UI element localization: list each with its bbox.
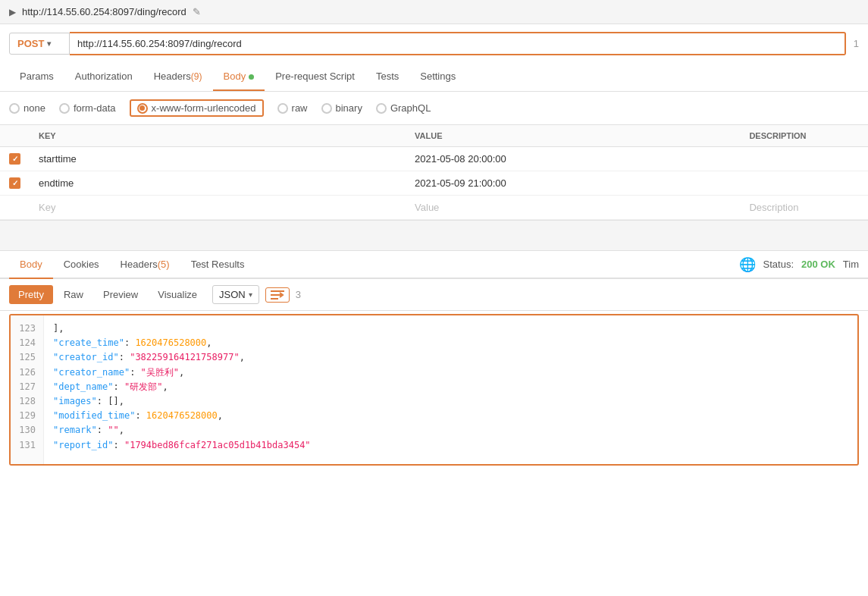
option-none[interactable]: none: [9, 102, 45, 114]
tab-headers[interactable]: Headers(9): [143, 63, 213, 91]
option-none-label: none: [24, 102, 45, 114]
status-label: Status:: [763, 259, 794, 270]
resp-tab-body[interactable]: Body: [9, 251, 53, 279]
option-binary[interactable]: binary: [321, 102, 362, 114]
radio-graphql[interactable]: [376, 103, 387, 114]
expand-arrow[interactable]: ▶: [9, 7, 16, 17]
option-urlencoded-label: x-www-form-urlencoded: [152, 102, 256, 114]
code-line-123: ],: [53, 322, 848, 336]
option-graphql[interactable]: GraphQL: [376, 102, 431, 114]
code-content: ], "create_time": 1620476528000, "creato…: [44, 315, 857, 464]
tab-tests[interactable]: Tests: [365, 63, 409, 91]
section-spacer: [0, 221, 868, 251]
tab-params[interactable]: Params: [9, 63, 64, 91]
col-value: VALUE: [406, 125, 740, 147]
response-status-area: 🌐 Status: 200 OK Tim: [739, 256, 859, 273]
tab-pre-request[interactable]: Pre-request Script: [265, 63, 365, 91]
code-line-125: "creator_id": "382259164121758977",: [53, 350, 848, 365]
url-input[interactable]: http://114.55.60.254:8097/ding/record: [70, 32, 846, 55]
globe-icon: 🌐: [739, 256, 756, 273]
resp-tab-cookies[interactable]: Cookies: [53, 251, 110, 279]
request-tabs: Params Authorization Headers(9) Body Pre…: [0, 63, 868, 92]
col-check: [0, 125, 30, 147]
method-chevron-icon: ▾: [47, 39, 51, 48]
row1-value[interactable]: 2021-05-08 20:00:00: [406, 147, 740, 171]
radio-binary[interactable]: [321, 103, 332, 114]
option-form-data[interactable]: form-data: [59, 102, 116, 114]
option-form-data-label: form-data: [74, 102, 116, 114]
resp-tab-test-results[interactable]: Test Results: [180, 251, 255, 279]
top-bar-url: http://114.55.60.254:8097/ding/record: [22, 6, 186, 17]
response-section: Body Cookies Headers(5) Test Results 🌐 S…: [0, 251, 868, 466]
wrap-icon[interactable]: [265, 287, 290, 303]
format-chevron-icon: ▾: [249, 290, 252, 299]
option-graphql-label: GraphQL: [390, 102, 431, 114]
body-dot: [249, 74, 254, 80]
request-section: POST ▾ http://114.55.60.254:8097/ding/re…: [0, 24, 868, 221]
format-select[interactable]: JSON ▾: [212, 285, 259, 304]
view-preview-button[interactable]: Preview: [94, 285, 147, 304]
status-value: 200 OK: [801, 259, 835, 270]
option-raw[interactable]: raw: [277, 102, 308, 114]
tab-settings[interactable]: Settings: [409, 63, 466, 91]
view-pretty-button[interactable]: Pretty: [9, 285, 53, 304]
resp-tab-headers[interactable]: Headers(5): [110, 251, 180, 279]
radio-form-data[interactable]: [59, 103, 70, 114]
code-line-128: "images": [],: [53, 394, 848, 409]
row1-desc: [740, 147, 868, 171]
row2-desc: [740, 171, 868, 196]
placeholder-row: Key Value Description: [0, 196, 868, 220]
option-binary-label: binary: [336, 102, 362, 114]
response-tabs: Body Cookies Headers(5) Test Results 🌐 S…: [0, 251, 868, 279]
badge-1: 1: [854, 38, 859, 49]
top-bar: ▶ http://114.55.60.254:8097/ding/record …: [0, 0, 868, 24]
option-urlencoded[interactable]: x-www-form-urlencoded: [130, 99, 264, 117]
code-line-131: "report_id": "1794bed86fcaf271ac05d1b41b…: [53, 438, 848, 453]
method-select[interactable]: POST ▾: [9, 33, 70, 55]
code-line-124: "create_time": 1620476528000,: [53, 336, 848, 350]
line-numbers: 123 124 125 126 127 128 129 130 131: [11, 315, 44, 464]
option-raw-label: raw: [292, 102, 308, 114]
row2-value[interactable]: 2021-05-09 21:00:00: [406, 171, 740, 196]
view-raw-button[interactable]: Raw: [55, 285, 92, 304]
method-label: POST: [17, 38, 44, 49]
col-key: KEY: [30, 125, 406, 147]
code-line-127: "dept_name": "研发部",: [53, 380, 848, 394]
body-options: none form-data x-www-form-urlencoded raw…: [0, 92, 868, 125]
time-label: Tim: [843, 259, 859, 270]
row2-checkbox[interactable]: [9, 177, 20, 189]
row2-key[interactable]: endtime: [30, 171, 406, 196]
response-toolbar: Pretty Raw Preview Visualize JSON ▾ 3: [0, 279, 868, 311]
tab-body[interactable]: Body: [213, 63, 265, 91]
code-area: 123 124 125 126 127 128 129 130 131 ], "…: [9, 314, 859, 466]
table-row: starttime 2021-05-08 20:00:00: [0, 147, 868, 171]
table-row: endtime 2021-05-09 21:00:00: [0, 171, 868, 196]
params-table: KEY VALUE DESCRIPTION starttime 2021-05-…: [0, 125, 868, 220]
method-url-bar: POST ▾ http://114.55.60.254:8097/ding/re…: [0, 24, 868, 63]
radio-urlencoded[interactable]: [137, 103, 148, 114]
edit-icon[interactable]: ✎: [193, 6, 201, 17]
placeholder-key[interactable]: Key: [39, 202, 55, 213]
code-line-129: "modified_time": 1620476528000,: [53, 409, 848, 423]
row1-key[interactable]: starttime: [30, 147, 406, 171]
code-line-126: "creator_name": "吴胜利",: [53, 365, 848, 380]
response-tabs-left: Body Cookies Headers(5) Test Results: [9, 251, 255, 278]
radio-raw[interactable]: [277, 103, 288, 114]
tab-authorization[interactable]: Authorization: [64, 63, 143, 91]
view-visualize-button[interactable]: Visualize: [149, 285, 206, 304]
row1-checkbox[interactable]: [9, 153, 20, 165]
placeholder-value[interactable]: Value: [415, 202, 439, 213]
format-label: JSON: [219, 289, 246, 300]
radio-none[interactable]: [9, 103, 20, 114]
placeholder-desc[interactable]: Description: [749, 202, 798, 213]
badge-3: 3: [296, 289, 301, 300]
col-desc: DESCRIPTION: [740, 125, 868, 147]
code-line-130: "remark": "",: [53, 423, 848, 438]
